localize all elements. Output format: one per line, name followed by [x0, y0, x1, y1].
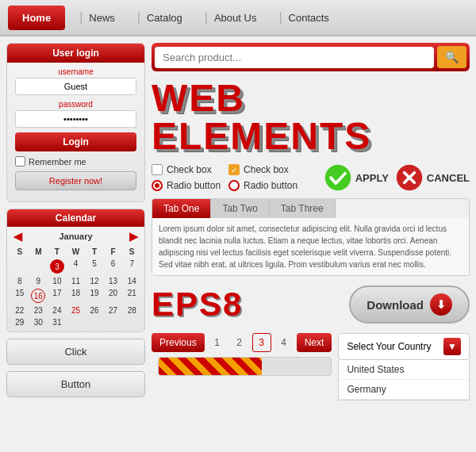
password-input[interactable]	[15, 110, 136, 128]
radio-2-label: Radio button	[244, 180, 298, 191]
web-elements-title: WEB ELEMENTS	[152, 79, 470, 155]
checkbox-2-item: ✓ Check box	[228, 164, 298, 175]
calendar-box: Calendar ◀ January ▶ S M T W T F S	[6, 209, 145, 332]
calendar-title: Calendar	[7, 209, 144, 227]
cal-next-arrow[interactable]: ▶	[129, 230, 138, 243]
dropdown-options: United States Germany	[338, 360, 470, 400]
page-1[interactable]: 1	[208, 333, 227, 352]
username-label: username	[15, 67, 136, 76]
tabs-container: Tab One Tab Two Tab Three Lorem ipsum do…	[152, 198, 470, 276]
cal-row-5: 29 30 31	[10, 316, 141, 328]
calendar-nav: ◀ January ▶	[7, 227, 144, 246]
nav-home[interactable]: Home	[8, 6, 65, 30]
apply-cancel-group: APPLY CANCEL	[324, 163, 470, 192]
calendar-grid: S M T W T F S 3 4 5 6 7	[7, 246, 144, 331]
eps8-title: EPS8	[152, 285, 243, 324]
nav-about[interactable]: About Us	[194, 4, 268, 31]
radio-1[interactable]	[152, 180, 163, 191]
nav-news[interactable]: News	[68, 4, 126, 31]
radio-2[interactable]	[228, 180, 240, 191]
dropdown-arrow-icon: ▼	[443, 338, 461, 355]
search-bar: 🔍	[152, 43, 470, 71]
dropdown-option-us[interactable]: United States	[339, 360, 469, 380]
progress-fill	[159, 358, 262, 375]
cal-month: January	[59, 232, 92, 241]
tabs-header: Tab One Tab Two Tab Three	[152, 199, 469, 218]
cal-row-3: 15 16 17 18 19 20 21	[10, 287, 141, 305]
download-label: Download	[367, 298, 424, 312]
login-title: User login	[7, 44, 144, 63]
dropdown-option-de[interactable]: Germany	[339, 380, 469, 400]
cal-row-2: 8 9 10 11 12 13 14	[10, 275, 141, 287]
pagination-row: Previous 1 2 3 4 Next	[152, 333, 332, 352]
nav-catalog[interactable]: Catalog	[126, 4, 194, 31]
radio-2-item: Radio button	[228, 180, 298, 191]
left-panel: User login username password Login Remem…	[6, 43, 145, 446]
login-box: User login username password Login Remem…	[6, 43, 145, 202]
page-2[interactable]: 2	[230, 333, 249, 352]
nav-contacts[interactable]: Contacts	[267, 4, 340, 31]
cal-prev-arrow[interactable]: ◀	[13, 230, 22, 243]
page-3[interactable]: 3	[252, 333, 271, 352]
main-layout: User login username password Login Remem…	[0, 36, 476, 452]
remember-row: Remember me	[15, 156, 136, 167]
username-input[interactable]	[15, 78, 136, 95]
navbar: Home News Catalog About Us Contacts	[0, 0, 476, 36]
click-button[interactable]: Click	[6, 339, 145, 365]
dropdown-section: Select Your Country ▼ United States Germ…	[338, 333, 470, 360]
apply-label: APPLY	[355, 172, 389, 184]
login-button[interactable]: Login	[15, 132, 136, 151]
tab-one[interactable]: Tab One	[152, 199, 211, 218]
cancel-button[interactable]: CANCEL	[395, 163, 470, 192]
checkbox-2-label: Check box	[244, 164, 289, 175]
svg-point-0	[324, 165, 350, 190]
next-button[interactable]: Next	[297, 333, 332, 352]
action-button[interactable]: Button	[6, 371, 145, 397]
dropdown-main[interactable]: Select Your Country ▼	[338, 333, 470, 360]
controls-group-2: ✓ Check box Radio button	[228, 164, 298, 191]
tab-three[interactable]: Tab Three	[270, 199, 336, 218]
progress-bar	[158, 357, 332, 376]
remember-label: Remember me	[29, 157, 86, 167]
radio-1-item: Radio button	[152, 180, 221, 191]
checkbox-1-item: Check box	[152, 164, 221, 175]
dropdown-label: Select Your Country	[347, 341, 431, 352]
cal-row-4: 22 23 24 25 26 27 28	[10, 305, 141, 316]
apply-button[interactable]: APPLY	[324, 163, 389, 192]
tab-two[interactable]: Tab Two	[211, 199, 269, 218]
checkbox-1[interactable]	[152, 164, 163, 175]
prev-button[interactable]: Previous	[152, 333, 205, 352]
checkbox-2[interactable]: ✓	[228, 164, 240, 175]
cancel-label: CANCEL	[427, 172, 470, 184]
password-label: password	[15, 100, 136, 109]
eps-download-row: EPS8 Download ⬇	[152, 282, 470, 327]
tab-content: Lorem ipsum dolor sit amet, consectetur …	[152, 218, 469, 275]
radio-1-label: Radio button	[167, 180, 221, 191]
cal-row-1: 3 4 5 6 7	[10, 258, 141, 275]
download-button[interactable]: Download ⬇	[349, 285, 470, 324]
search-button[interactable]: 🔍	[437, 46, 466, 68]
search-input[interactable]	[155, 47, 434, 68]
controls-group-1: Check box Radio button	[152, 164, 221, 191]
page-4[interactable]: 4	[274, 333, 294, 352]
remember-checkbox[interactable]	[15, 156, 25, 167]
checkbox-1-label: Check box	[167, 164, 212, 175]
download-icon: ⬇	[430, 293, 452, 316]
cal-header: S M T W T F S	[10, 246, 141, 258]
right-panel: 🔍 WEB ELEMENTS Check box Radio button ✓ …	[152, 43, 470, 446]
progress-row	[152, 357, 332, 376]
register-button[interactable]: Register now!	[15, 171, 136, 190]
